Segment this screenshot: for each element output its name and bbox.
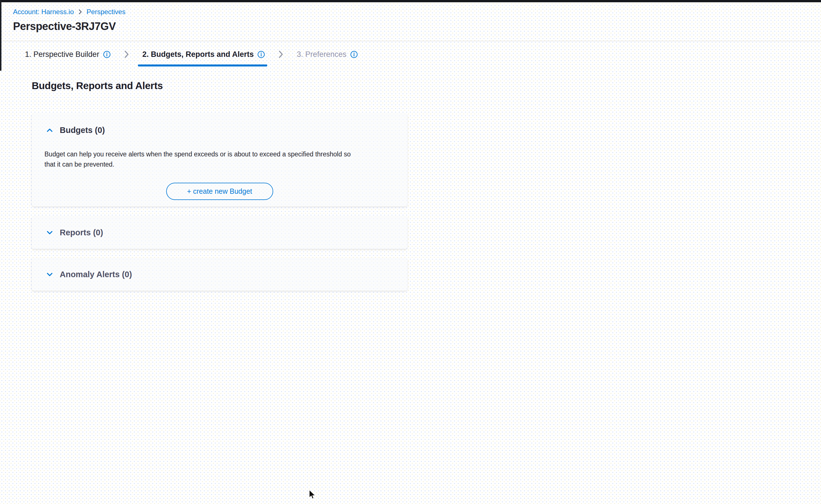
chevron-right-icon — [124, 50, 129, 59]
window-top-edge — [0, 0, 821, 2]
tab-perspective-builder[interactable]: 1. Perspective Builder — [25, 50, 111, 59]
tab-budgets-reports-alerts-label: 2. Budgets, Reports and Alerts — [142, 50, 254, 59]
anomaly-alerts-panel-header[interactable]: Anomaly Alerts (0) — [32, 270, 132, 279]
budgets-panel-header[interactable]: Budgets (0) — [32, 126, 407, 135]
info-icon[interactable] — [257, 51, 265, 58]
budgets-description-line2: that it can be prevented. — [44, 159, 407, 169]
mouse-cursor-icon — [309, 490, 317, 500]
reports-panel: Reports (0) — [32, 216, 407, 249]
create-new-budget-button[interactable]: + create new Budget — [166, 183, 273, 200]
tab-preferences-label: 3. Preferences — [297, 50, 347, 59]
breadcrumb-account-link[interactable]: Account: Harness.io — [13, 8, 74, 16]
chevron-down-icon — [46, 231, 53, 235]
reports-panel-title: Reports (0) — [60, 228, 103, 237]
window-left-edge — [0, 0, 1, 71]
chevron-down-icon — [46, 272, 53, 277]
header-divider — [0, 41, 821, 41]
budgets-description: Budget can help you receive alerts when … — [44, 149, 407, 169]
page-header: Account: Harness.io Perspectives Perspec… — [13, 8, 125, 33]
tab-preferences[interactable]: 3. Preferences — [297, 50, 358, 59]
budgets-description-line1: Budget can help you receive alerts when … — [44, 149, 407, 159]
active-tab-underline — [138, 64, 268, 66]
wizard-tabbar: 1. Perspective Builder 2. Budgets, Repor… — [25, 50, 358, 59]
page-title: Perspective-3RJ7GV — [13, 20, 125, 33]
budgets-panel-title: Budgets (0) — [60, 126, 105, 135]
tab-budgets-reports-alerts[interactable]: 2. Budgets, Reports and Alerts — [142, 50, 265, 59]
chevron-right-icon — [78, 9, 82, 15]
main-content: Budgets, Reports and Alerts Budgets (0) … — [32, 80, 407, 291]
info-icon[interactable] — [103, 51, 111, 58]
breadcrumb: Account: Harness.io Perspectives — [13, 8, 125, 16]
anomaly-alerts-panel-title: Anomaly Alerts (0) — [60, 270, 132, 279]
anomaly-alerts-panel: Anomaly Alerts (0) — [32, 258, 407, 291]
section-heading: Budgets, Reports and Alerts — [32, 80, 407, 91]
info-icon[interactable] — [350, 51, 358, 58]
tab-perspective-builder-label: 1. Perspective Builder — [25, 50, 99, 59]
reports-panel-header[interactable]: Reports (0) — [32, 228, 103, 237]
chevron-up-icon — [46, 128, 53, 132]
budgets-panel: Budgets (0) Budget can help you receive … — [32, 113, 407, 206]
breadcrumb-perspectives-link[interactable]: Perspectives — [87, 8, 125, 16]
chevron-right-icon — [278, 50, 284, 59]
